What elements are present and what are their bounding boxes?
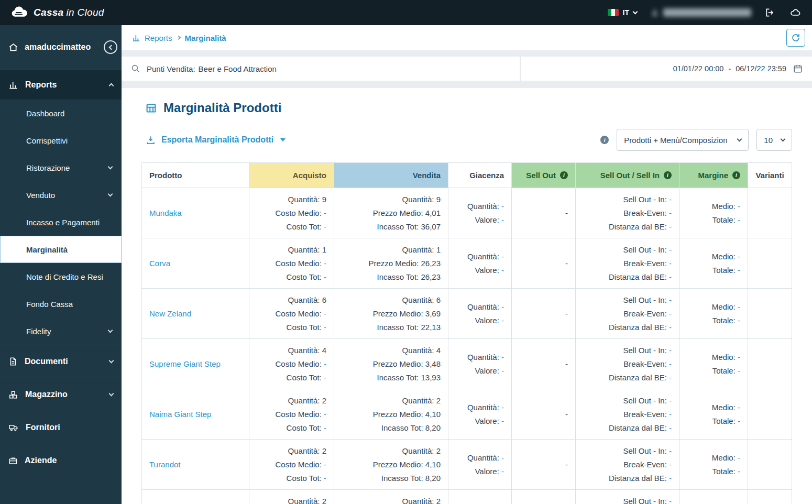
col-header-vendita[interactable]: Vendita — [334, 163, 448, 188]
main-area: Reports Marginalità Punti Vendita: Beer … — [122, 25, 812, 504]
bar-chart-icon — [8, 80, 18, 90]
chevron-down-icon — [633, 9, 638, 14]
user-name-redacted — [651, 8, 751, 17]
info-icon[interactable]: i — [732, 171, 740, 179]
user-menu[interactable] — [651, 8, 751, 17]
product-link[interactable]: Supreme Giant Step — [149, 359, 221, 368]
page-size-select[interactable]: 10 — [756, 129, 792, 151]
refresh-button[interactable] — [786, 29, 805, 47]
product-link[interactable]: Naima Giant Step — [149, 410, 211, 419]
bar-chart-icon — [132, 34, 140, 42]
search-input[interactable]: Punti Vendita: Beer e Food Attraction — [122, 57, 521, 81]
chevron-down-icon — [737, 136, 742, 141]
acquisto-cell: Quantità: 2Costo Medio: Costo Tot: — [249, 490, 334, 504]
account-row[interactable]: amaduccimatteo — [0, 25, 122, 69]
language-selector[interactable]: IT — [608, 8, 637, 17]
table-row: Quantità: 2Costo Medio: Costo Tot: Quant… — [142, 490, 792, 504]
grouping-select[interactable]: Prodotti + Menù/Composizion — [617, 129, 749, 151]
sellout-sellin-cell: Sell Out - In: -Break-Even: Distanza dal… — [576, 490, 679, 504]
company-icon — [8, 456, 18, 465]
col-header-margine[interactable]: Marginei — [679, 163, 748, 188]
col-header-sellout[interactable]: Sell Outi — [512, 163, 576, 188]
sidebar-item-incasso-e-pagamenti[interactable]: Incasso e Pagamenti — [0, 209, 122, 236]
chevron-down-icon — [108, 327, 113, 333]
topbar: Cassain Cloud IT — [0, 0, 812, 25]
sellout-cell: - — [512, 389, 576, 440]
sidebar-item-fornitori[interactable]: Fornitori — [0, 411, 122, 444]
table-row: TurandotQuantità: 2Costo Medio: -Costo T… — [142, 440, 792, 490]
sidebar-item-fidelity[interactable]: Fidelity — [0, 317, 122, 345]
chevron-down-icon — [109, 358, 114, 363]
date-separator: - — [728, 64, 731, 73]
table-body: MundakaQuantità: 9Costo Medio: -Costo To… — [142, 188, 792, 504]
sidebar-item-reports[interactable]: Reports — [0, 69, 122, 100]
date-range-picker[interactable]: 01/01/22 00:00 - 06/12/22 23:59 — [521, 57, 812, 81]
vendita-cell: Quantità: 2Prezzo Medio: 4,10Incasso Tot… — [334, 440, 448, 490]
col-header-varianti[interactable]: Varianti — [748, 163, 792, 188]
info-icon[interactable]: i — [560, 171, 568, 179]
sidebar-item-documenti[interactable]: Documenti — [0, 345, 122, 378]
logout-icon[interactable] — [765, 7, 775, 18]
sidebar-item-corrispettivi[interactable]: Corrispettivi — [0, 127, 122, 154]
sellout-cell: - — [512, 188, 576, 238]
sidebar-item-note-di-credito-e-resi[interactable]: Note di Credito e Resi — [0, 263, 122, 290]
product-link[interactable]: Corva — [149, 259, 170, 268]
prodotto-cell: Mundaka — [142, 188, 249, 238]
giacenza-cell: Quantità: -Valore: - — [448, 238, 512, 289]
controls-row: Esporta Marginalità Prodotti i Prodotti … — [141, 129, 792, 151]
search-icon — [131, 64, 140, 73]
product-link[interactable]: New Zeland — [149, 309, 191, 318]
varianti-cell — [748, 188, 792, 238]
sidebar-item-marginalit[interactable]: Marginalità — [0, 236, 122, 263]
vendita-cell: Quantità: 1Prezzo Medio: 26,23Incasso To… — [334, 238, 448, 289]
prodotto-cell: New Zeland — [142, 289, 249, 339]
table-grid-icon — [146, 103, 157, 114]
sellout-sellin-cell: Sell Out - In: -Break-Even: -Distanza da… — [576, 289, 679, 339]
col-header-giacenza[interactable]: Giacenza — [448, 163, 512, 188]
filter-bar: Punti Vendita: Beer e Food Attraction 01… — [122, 57, 812, 81]
chevron-up-icon — [109, 83, 114, 89]
prodotto-cell: Supreme Giant Step — [142, 339, 249, 389]
sidebar-item-fondo-cassa[interactable]: Fondo Cassa — [0, 290, 122, 317]
col-header-acquisto[interactable]: Acquisto — [249, 163, 334, 188]
product-link[interactable]: Mundaka — [149, 209, 182, 217]
sellout-cell: - — [512, 289, 576, 339]
cloud-sync-icon[interactable] — [789, 7, 802, 18]
sidebar-item-magazzino[interactable]: Magazzino — [0, 378, 122, 411]
sidebar-item-ristorazione[interactable]: Ristorazione — [0, 154, 122, 181]
export-button[interactable]: Esporta Marginalità Prodotti — [146, 135, 286, 145]
info-icon[interactable]: i — [600, 136, 609, 144]
download-icon — [146, 135, 156, 145]
prodotto-cell: Corva — [142, 238, 249, 289]
chevron-down-icon — [109, 391, 114, 396]
varianti-cell — [748, 490, 792, 504]
table-row: Naima Giant StepQuantità: 2Costo Medio: … — [142, 389, 792, 440]
sidebar-item-dashboard[interactable]: Dashboard — [0, 100, 122, 127]
sidebar-collapse-button[interactable] — [104, 40, 117, 54]
margine-cell: Medio: -Totale: - — [679, 440, 748, 490]
caret-down-icon — [280, 138, 286, 141]
giacenza-cell: Quantità: -Valore: - — [448, 440, 512, 490]
marginality-table: Prodotto Acquisto Vendita Giacenza Sell … — [141, 162, 792, 504]
margine-cell: Medio: -Totale: - — [679, 188, 748, 238]
vendita-cell: Quantità: 2Prezzo Medio: 4,10Incasso Tot… — [334, 389, 448, 440]
col-header-prodotto[interactable]: Prodotto — [142, 163, 249, 188]
sidebar-bottom: DocumentiMagazzinoFornitoriAziende — [0, 345, 122, 477]
sellout-cell: - — [512, 339, 576, 389]
col-header-sellout-sellin[interactable]: Sell Out / Sell Ini — [576, 163, 679, 188]
sellout-cell: - — [512, 238, 576, 289]
breadcrumb-current[interactable]: Marginalità — [185, 34, 226, 42]
product-link[interactable]: Turandot — [149, 460, 180, 469]
giacenza-cell: Quantità: -Valore: - — [448, 389, 512, 440]
prodotto-cell: Turandot — [142, 440, 249, 490]
breadcrumb-reports-link[interactable]: Reports — [132, 34, 172, 42]
margine-cell: Medio: Totale: — [679, 490, 748, 504]
info-icon[interactable]: i — [664, 171, 672, 179]
sidebar-item-aziende[interactable]: Aziende — [0, 444, 122, 477]
prodotto-cell: Naima Giant Step — [142, 389, 249, 440]
cloud-logo-icon — [10, 6, 28, 19]
sidebar-item-venduto[interactable]: Venduto — [0, 181, 122, 209]
chevron-down-icon — [108, 191, 113, 196]
date-start: 01/01/22 00:00 — [673, 64, 724, 73]
margine-cell: Medio: -Totale: - — [679, 339, 748, 389]
